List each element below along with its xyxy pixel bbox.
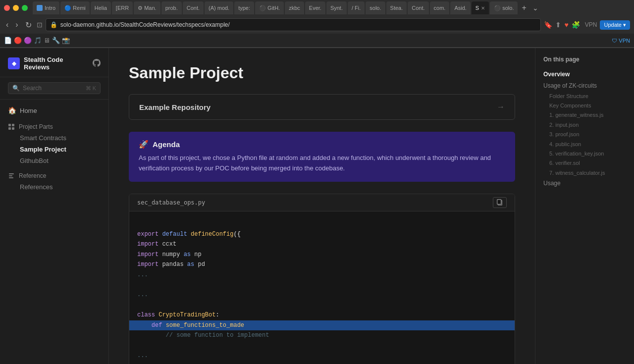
project-parts-label: Project Parts (19, 123, 53, 130)
code-line (137, 219, 507, 229)
svg-rect-0 (8, 124, 11, 126)
toc-item-key-components[interactable]: Key Components (543, 101, 626, 110)
search-icon: 🔍 (12, 85, 20, 92)
tab-mod[interactable]: (A) mod. (205, 1, 233, 14)
code-line: ... (137, 351, 507, 361)
tab-cont1[interactable]: Cont. (183, 1, 204, 14)
code-line: class CryptoTradingBot: (137, 310, 507, 320)
copy-button[interactable] (493, 197, 507, 208)
toc-item-verifier-sol[interactable]: 6. verifier.sol (543, 158, 626, 168)
tab-overflow-button[interactable]: ⌄ (532, 4, 538, 12)
svg-rect-5 (9, 175, 12, 176)
code-filename-bar: sec_database_ops.py (129, 194, 515, 211)
svg-rect-2 (8, 127, 11, 130)
toc-item-public-json[interactable]: 4. public.json (543, 140, 626, 149)
tab-active-s[interactable]: S ✕ (472, 1, 489, 14)
github-icon[interactable] (93, 59, 101, 68)
code-line-highlighted: def some_functions_to_made (129, 320, 515, 330)
sidebar-item-home[interactable]: 🏠 Home (0, 104, 108, 117)
svg-rect-3 (12, 127, 14, 130)
search-bar-wrapper: 🔍 Search ⌘ K (0, 77, 108, 100)
code-line (137, 280, 507, 290)
bookmark-ext-3[interactable]: 🟣 (24, 37, 32, 44)
reference-label: Reference (19, 172, 46, 179)
search-input[interactable]: 🔍 Search ⌘ K (8, 82, 101, 94)
example-repo-card[interactable]: Example Repository → (129, 94, 515, 120)
site-title: Stealth Code Reviews (24, 56, 89, 71)
extension-icon[interactable]: 🧩 (572, 21, 580, 29)
heart-icon[interactable]: ♥ (564, 21, 568, 29)
home-icon: 🏠 (8, 106, 16, 114)
toc-item-overview[interactable]: Overview (543, 69, 626, 80)
toc-item-folder[interactable]: Folder Structure (543, 92, 626, 101)
bookmark-ext-5[interactable]: 🖥 (44, 37, 50, 44)
tab-man[interactable]: ⚙ Man. (134, 1, 160, 14)
tab-intro[interactable]: Intro (33, 1, 59, 14)
tab-ever[interactable]: Ever. (305, 1, 325, 14)
back-button[interactable]: ‹ (4, 19, 10, 30)
search-shortcut: ⌘ K (86, 85, 96, 92)
lock-icon: 🔒 (50, 21, 57, 28)
tab-asid[interactable]: Asid. (450, 1, 470, 14)
toc-item-usage-zk[interactable]: Usage of ZK-circuits (543, 80, 626, 92)
share-icon[interactable]: ⬆ (555, 21, 561, 29)
tab-steal[interactable]: Stea. (386, 1, 407, 14)
vpn-section: 🛡 VPN (612, 38, 630, 44)
tab-remi[interactable]: 🔵 Remi (60, 1, 90, 14)
app-container: ◆ Stealth Code Reviews 🔍 Search ⌘ K 🏠 Ho… (0, 48, 634, 364)
svg-rect-4 (9, 173, 14, 174)
bookmark-ext-4[interactable]: 🎵 (34, 37, 42, 44)
tab-type[interactable]: type: (234, 1, 254, 14)
arrow-icon: → (497, 103, 505, 111)
agenda-header: 🚀 Agenda (139, 140, 505, 149)
toc-item-proof-json[interactable]: 3. proof.json (543, 130, 626, 139)
agenda-title: Agenda (153, 140, 180, 149)
toc-item-witness-calc[interactable]: 7. witness_calculator.js (543, 168, 626, 178)
tab-zkbc[interactable]: zkbc (285, 1, 304, 14)
forward-button[interactable]: › (13, 19, 20, 30)
code-block: sec_database_ops.py export default defin… (129, 194, 515, 364)
sidebar-item-smart-contracts[interactable]: Smart Contracts (0, 132, 108, 144)
sidebar-item-githubbot[interactable]: GithubBot (0, 155, 108, 166)
sidebar-item-sample-project[interactable]: Sample Project (0, 144, 108, 155)
tab-synt[interactable]: Synt. (326, 1, 347, 14)
bookmark-ext-1[interactable]: 📄 (4, 37, 12, 44)
tab-helia[interactable]: Helia (91, 1, 111, 14)
reload-button[interactable]: ↻ (23, 19, 34, 31)
reference-icon (8, 172, 15, 179)
tab-github[interactable]: ⚫ GitH. (255, 1, 284, 14)
bookmark-icon[interactable]: 🔖 (544, 21, 552, 29)
bookmark-ext-2[interactable]: 🔴 (14, 37, 22, 44)
fullscreen-button[interactable] (22, 5, 28, 11)
bookmark-ext-6[interactable]: 🔧 (52, 37, 60, 44)
close-button[interactable] (4, 5, 10, 11)
tab-solo1[interactable]: solo. (366, 1, 385, 14)
code-line: import numpy as np (137, 250, 507, 260)
minimize-button[interactable] (13, 5, 19, 11)
address-text: solo-daemon.github.io/StealthCodeReviews… (60, 21, 230, 28)
tab-err[interactable]: [ERR (112, 1, 133, 14)
toc-item-usage[interactable]: Usage (543, 178, 626, 189)
tab-solo2[interactable]: ⚫ solo. (490, 1, 518, 14)
address-bar[interactable]: 🔒 solo-daemon.github.io/StealthCodeRevie… (46, 18, 541, 31)
tab-com[interactable]: com. (430, 1, 450, 14)
sidebar-item-references[interactable]: References (0, 181, 108, 193)
bookmark-ext-7[interactable]: 📸 (62, 37, 70, 44)
code-line: ... (137, 270, 507, 280)
site-logo: ◆ (8, 57, 20, 69)
agenda-box: 🚀 Agenda As part of this project, we cho… (129, 132, 515, 182)
agenda-text: As part of this project, we chose a Pyth… (139, 153, 505, 174)
toc-item-generate-witness[interactable]: 1. generate_witness.js (543, 110, 626, 120)
example-repo-title: Example Repository (139, 103, 211, 111)
sidebar-nav: 🏠 Home Project Parts Smart Contracts Sam… (0, 100, 108, 197)
traffic-lights (4, 5, 28, 11)
toc-item-verification-key[interactable]: 5. verification_key.json (543, 149, 626, 158)
code-line (137, 340, 507, 350)
new-tab-button[interactable]: + (519, 3, 529, 12)
tab-fi[interactable]: / Fi. (348, 1, 365, 14)
reader-icon: ⊡ (37, 21, 43, 29)
tab-prob[interactable]: prob. (161, 1, 182, 14)
toc-item-input-json[interactable]: 2. input.json (543, 120, 626, 130)
update-button[interactable]: Update ▾ (600, 20, 630, 30)
tab-cont2[interactable]: Cont. (408, 1, 428, 14)
